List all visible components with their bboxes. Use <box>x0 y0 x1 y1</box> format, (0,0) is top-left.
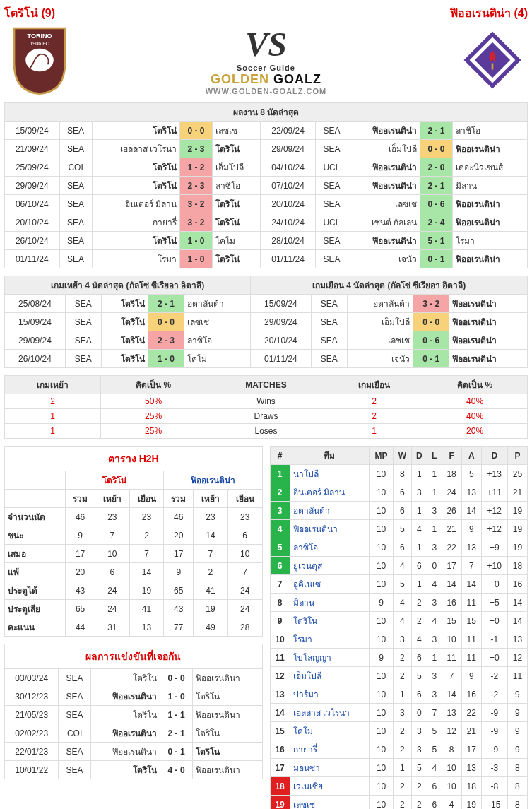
match-score: 2 - 4 <box>420 213 453 232</box>
match-home: เฮลลาส เวโรนา <box>92 140 179 158</box>
wld-col: เกมเยือน <box>326 376 422 394</box>
standings-team[interactable]: ฟิออเรนตินา <box>290 520 369 538</box>
standings-team[interactable]: โรมา <box>290 630 369 649</box>
standings-team[interactable]: อตาลันต้า <box>290 502 369 520</box>
match-comp: SEA <box>315 177 348 195</box>
standings-row: 4 ฟิออเรนตินา 10541219+1219 <box>270 520 528 538</box>
meetings-title: ผลการแข่งขันที่เจอกัน <box>5 644 263 669</box>
match-date: 25/09/24 <box>5 158 60 177</box>
match-score: 4 - 0 <box>160 761 192 779</box>
match-comp: SEA <box>59 177 92 195</box>
standings-row: 1 นาโปลี 10811185+1325 <box>270 465 528 483</box>
match-comp: SEA <box>59 250 92 268</box>
match-home: โตริโน่ <box>101 350 148 368</box>
match-comp: UCL <box>315 158 348 177</box>
standings-team[interactable]: โตริโน <box>290 612 369 630</box>
standings-team[interactable]: เฮลลาส เวโรนา <box>290 704 369 722</box>
h2h-subcol: รวม <box>66 490 95 508</box>
match-score: 1 - 1 <box>160 706 192 724</box>
match-comp: SEA <box>59 669 90 687</box>
match-date: 15/09/24 <box>251 295 312 313</box>
standings-team[interactable]: ลาซิโอ <box>290 538 369 557</box>
match-home: โตริโน่ <box>101 313 148 331</box>
standings-team[interactable]: นาโปลี <box>290 465 369 483</box>
standings-row: 11 โบโลญญา 92611111+012 <box>270 649 528 667</box>
match-date: 29/09/24 <box>5 331 66 350</box>
standings-team[interactable]: มิลาน <box>290 594 369 612</box>
standings-pos: 15 <box>270 722 290 740</box>
match-comp: UCL <box>315 213 348 232</box>
standings-team[interactable]: โบโลญญา <box>290 649 369 667</box>
standings-row: 8 มิลาน 94231611+514 <box>270 594 528 612</box>
match-score: 2 - 1 <box>148 295 184 313</box>
standings-team[interactable]: โคโม <box>290 722 369 740</box>
match-comp: SEA <box>315 232 348 250</box>
standings-row: 2 อินเตอร์ มิลาน 106312413+1121 <box>270 483 528 502</box>
standings-team[interactable]: เอ็มโปลี <box>290 667 369 685</box>
standings-team[interactable]: ยูเวนตุส <box>290 557 369 575</box>
standings-pos: 14 <box>270 704 290 722</box>
match-comp: SEA <box>315 250 348 268</box>
match-comp: SEA <box>59 213 92 232</box>
match-home: โตริโน <box>90 761 160 779</box>
match-date: 15/09/24 <box>5 313 66 331</box>
match-score: 0 - 6 <box>413 331 449 350</box>
standings-pos: 18 <box>270 777 290 796</box>
h2h-away-name: ฟิออเรนติน่า <box>164 471 262 490</box>
home-team-title: โตริโน่ (9) <box>4 4 55 22</box>
match-away: เลซเช <box>213 122 261 140</box>
standings-team[interactable]: มอนซ่า <box>290 759 369 777</box>
standings-col: F <box>442 447 461 465</box>
standings-pos: 9 <box>270 612 290 630</box>
standings-team[interactable]: เวเนเซีย <box>290 777 369 796</box>
match-home: โตริโน่ <box>92 232 179 250</box>
match-away: ฟิออเรนติน่า <box>449 313 528 331</box>
standings-team[interactable]: กายารี่ <box>290 740 369 759</box>
h2h-row: ประตูเสีย652441431924 <box>5 600 263 618</box>
match-score: 1 - 2 <box>180 158 213 177</box>
match-away: โตริโน่ <box>213 140 261 158</box>
match-home: โตริโน่ <box>92 158 179 177</box>
match-home: โตริโน่ <box>92 122 179 140</box>
meetings-table: ผลการแข่งขันที่เจอกัน 03/03/24 SEA โตริโ… <box>4 644 263 779</box>
match-date: 22/09/24 <box>261 122 316 140</box>
standings-team[interactable]: ปาร์มา <box>290 685 369 704</box>
match-away: ฟิออเรนตินา <box>192 761 262 779</box>
standings-team[interactable]: อินเตอร์ มิลาน <box>290 483 369 502</box>
match-score: 0 - 1 <box>413 350 449 368</box>
standings-row: 6 ยูเวนตุส 10460177+1018 <box>270 557 528 575</box>
match-away: โตริโน่ <box>213 195 261 213</box>
h2h-row: แพ้20614927 <box>5 563 263 581</box>
match-away: ฟิออเรนติน่า <box>449 331 528 350</box>
standings-row: 13 ปาร์มา 101631416-29 <box>270 685 528 704</box>
wld-col: MATCHES <box>206 376 326 394</box>
match-score: 0 - 0 <box>180 122 213 140</box>
match-comp: SEA <box>59 706 90 724</box>
standings-row: 9 โตริโน 104241515+014 <box>270 612 528 630</box>
h2h-table: ตาราง H2H โตริโน่ ฟิออเรนติน่า รวมเหย้าเ… <box>4 446 263 637</box>
match-score: 1 - 0 <box>148 350 184 368</box>
match-home: โรมา <box>92 250 179 268</box>
match-date: 25/08/24 <box>5 295 66 313</box>
match-comp: SEA <box>65 350 101 368</box>
match-away: โตริโน <box>192 724 262 743</box>
match-away: โคโม <box>184 350 250 368</box>
standings-pos: 4 <box>270 520 290 538</box>
match-date: 20/10/24 <box>5 213 60 232</box>
match-home: ฟิออเรนตินา <box>90 687 160 706</box>
h2h-row: จำนวนนัด462323462323 <box>5 508 263 526</box>
standings-pos: 12 <box>270 667 290 685</box>
h2h-row: ประตูได้432419654124 <box>5 581 263 600</box>
svg-text:1906 FC: 1906 FC <box>30 40 49 47</box>
away-last4-header: เกมเยือน 4 นัดล่าสุด (กัลโซ่ ซีเรียอา อิ… <box>251 276 528 295</box>
standings-team[interactable]: อูดิเนเซ <box>290 575 369 594</box>
match-home: ฟิออเรนติน่า <box>348 232 420 250</box>
match-home: ฟิออเรนตินา <box>90 724 160 743</box>
match-date: 01/11/24 <box>5 250 60 268</box>
standings-pos: 2 <box>270 483 290 502</box>
standings-team[interactable]: เลซเช <box>290 796 369 810</box>
match-score: 2 - 1 <box>420 177 453 195</box>
match-date: 01/11/24 <box>261 250 316 268</box>
standings-row: 14 เฮลลาส เวโรนา 103071322-99 <box>270 704 528 722</box>
h2h-row: ชนะ97220146 <box>5 526 263 545</box>
